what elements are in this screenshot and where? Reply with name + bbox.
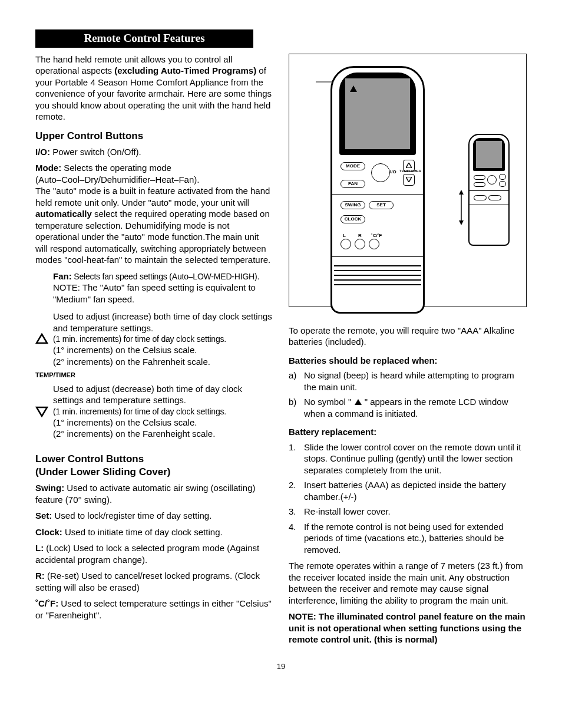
cf-small-label: ˚C/˚F [371,233,382,239]
clock-button: CLOCK [340,215,365,223]
down-arrow-block: Used to adjust (decrease) both time of d… [35,383,273,440]
step-2: 2.Insert batteries (AAA) as depicted ins… [289,479,527,502]
clock-text: Used to initiate time of day clock setti… [62,527,223,537]
set-text: Used to lock/register time of day settin… [52,510,211,521]
io-text: Power switch (On/Off). [50,147,141,157]
svg-marker-10 [355,399,362,405]
swing-button: SWING [340,201,365,209]
clock-label: Clock: [35,527,62,537]
replace-item-b: b) No symbol " " appears in the remote L… [289,396,527,419]
marker-a: a) [289,370,299,393]
slide-arrow-icon [458,190,465,228]
temp-down-button [403,174,415,186]
io-label: I/O [390,169,396,175]
svg-marker-1 [37,407,47,416]
down-line4: (2° increments) on the Farenheight scale… [53,428,273,440]
b-text-1: No symbol " [304,397,354,407]
down-line1: Used to adjust (decrease) both time of d… [53,383,273,406]
upper-controls-heading: Upper Control Buttons [35,130,273,143]
mode-para-a: The "auto" mode is a built in feature ac… [35,186,270,207]
swing-row: Swing: Used to activate automatic air sw… [35,482,273,505]
operate-text: To operate the remote, you will require … [289,325,527,348]
triangle-inline-icon [354,398,362,406]
r-button [355,239,365,249]
fan-row: Fan: Selects fan speed settings (Auto–LO… [53,271,273,282]
section-header: Remote Control Features [35,29,253,48]
mode-label: Mode: [35,163,61,173]
swing-text: Used to activate automatic air swing (os… [35,483,255,505]
up-arrow-block: Used to adjust (increase) both time of d… [35,311,273,367]
triangle-down-icon [35,406,48,417]
replace-list: a) No signal (beep) is heard while attem… [289,370,527,419]
step-1: 1.Slide the lower control cover on the r… [289,442,527,476]
range-text: The remote operates within a range of 7 … [289,560,527,606]
svg-marker-6 [406,177,412,182]
io-label: I/O: [35,147,50,157]
svg-marker-8 [459,190,464,195]
up-line1: Used to adjust (increase) both time of d… [53,311,273,334]
intro-bold: (excluding Auto-Timed Programs) [114,65,256,75]
replace-a-text: No signal (beep) is heard while attempti… [304,370,527,393]
set-button: SET [369,201,394,209]
down-line3: (1° increments) on the Celsius scale. [53,417,273,429]
fan-button: FAN [340,180,365,188]
svg-marker-5 [406,163,412,168]
remote-large: MODE FAN I/O TEMP/TIMER SWING SET C [330,66,425,314]
battery-steps: 1.Slide the lower control cover on the r… [289,442,527,556]
marker-2: 2. [289,479,299,502]
replace-b-text: No symbol " " appears in the remote LCD … [304,396,527,419]
mode-row: Mode: Selects the operating mode [35,162,273,174]
remote-diagram: MODE FAN I/O TEMP/TIMER SWING SET C [289,54,527,307]
fan-note: NOTE: The "Auto" fan speed setting is eq… [53,282,273,305]
remote-screen [339,73,416,155]
svg-marker-0 [37,334,47,343]
temp-up-button [403,160,415,172]
svg-marker-9 [459,220,464,225]
right-column: MODE FAN I/O TEMP/TIMER SWING SET C [289,54,527,650]
l-reset-label: L [343,233,346,239]
swing-label: Swing: [35,483,64,493]
r-row: R: (Re-set) Used to cancel/reset locked … [35,570,273,593]
fan-label: Fan: [53,271,72,281]
fan-text-1: Selects fan speed settings (Auto–LOW-MED… [72,272,259,281]
up-line4: (2° increments) on the Fahrenheit scale. [53,356,273,368]
lower-heading-2: (Under Lower Sliding Cover) [35,466,273,479]
l-label: L: [35,543,44,553]
replace-item-a: a) No signal (beep) is heard while attem… [289,370,527,393]
step-4: 4.If the remote control is not being use… [289,521,527,556]
cf-row: ˚C/˚F: Used to select temperature settin… [35,598,273,621]
r-label: R: [35,571,45,581]
l-button [340,239,351,249]
r-text: (Re-set) Used to cancel/reset locked pro… [35,571,260,592]
lower-heading-1: Lower Control Buttons [35,453,273,466]
mode-text-1: Selects the operating mode [61,163,171,173]
io-button [371,163,390,182]
mode-paragraph: The "auto" mode is a built in feature ac… [35,185,273,266]
battery-heading: Battery replacement: [289,426,527,438]
marker-4: 4. [289,521,299,556]
intro-paragraph: The hand held remote unit allows you to … [35,54,273,123]
note-text: NOTE: The illuminated control panel feat… [289,611,527,645]
set-row: Set: Used to lock/register time of day s… [35,510,273,522]
signal-triangle-icon [350,83,357,95]
mode-button: MODE [340,162,365,170]
step-2-text: Insert batteries (AAA) as depicted insid… [304,479,527,502]
remote-small [468,134,510,246]
step-1-text: Slide the lower control cover on the rem… [304,442,527,476]
marker-b: b) [289,396,299,419]
l-text: (Lock) Used to lock a selected program m… [35,543,259,565]
up-line2: (1 min. increments) for time of day cloc… [53,334,273,344]
cf-text: Used to select temperature settings in e… [35,598,272,620]
step-3: 3.Re-install lower cover. [289,506,527,518]
down-line2: (1 min. increments) for time of day cloc… [53,406,273,417]
step-4-text: If the remote control is not being used … [304,521,527,556]
marker-1: 1. [289,442,299,476]
mode-line2: (Auto–Cool–Dry/Dehumidifier–Heat–Fan). [35,174,273,186]
set-label: Set: [35,510,52,521]
marker-3: 3. [289,506,299,518]
mode-auto-bold: automatically [35,209,92,219]
clock-row: Clock: Used to initiate time of day cloc… [35,526,273,538]
io-row: I/O: Power switch (On/Off). [35,146,273,158]
temp-timer-label: TEMP/TIMER [35,371,273,379]
cf-label: ˚C/˚F: [35,598,58,608]
